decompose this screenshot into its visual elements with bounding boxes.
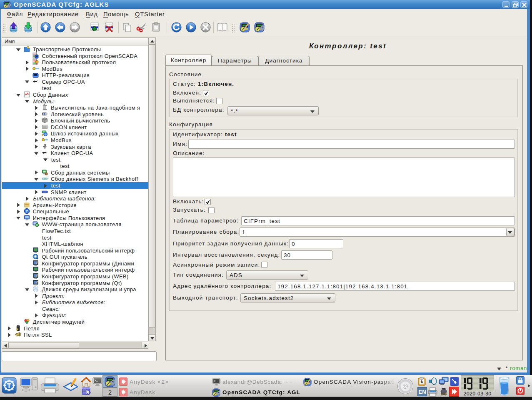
svg-text:k: k: [420, 379, 423, 384]
